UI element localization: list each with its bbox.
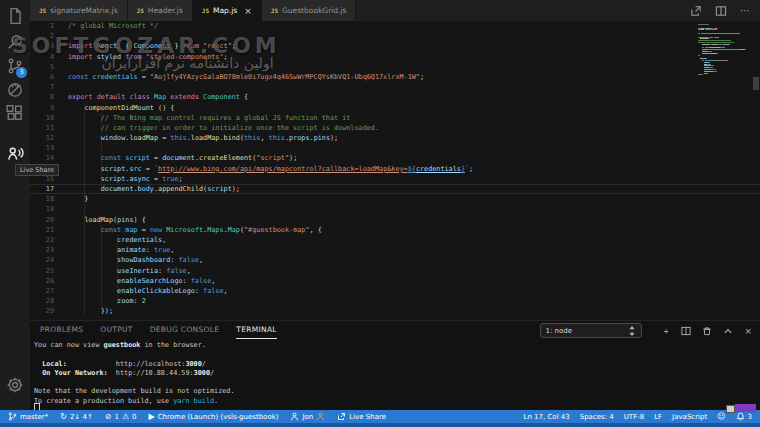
- new-terminal-icon[interactable]: ＋: [661, 326, 670, 336]
- close-tab-icon[interactable]: ×: [244, 6, 252, 16]
- tab-header[interactable]: JS Header.js: [128, 0, 193, 21]
- sync-status[interactable]: ↻ 2↓ 4↑: [60, 412, 93, 421]
- tab-label: GuestbookGrid.js: [282, 6, 346, 15]
- bell-icon: [736, 412, 745, 421]
- status-right: Ln 17, Col 43 Spaces: 4 UTF-8 LF JavaScr…: [524, 412, 760, 421]
- search-icon[interactable]: [6, 33, 24, 51]
- terminal-select[interactable]: 1: node: [540, 323, 642, 338]
- live-share-icon[interactable]: [6, 145, 24, 163]
- live-share-session-icon[interactable]: [690, 5, 702, 17]
- warning-count: 0: [132, 413, 136, 421]
- tab-bar: JS signatureMatrix.js JS Header.js JS Ma…: [30, 0, 760, 21]
- live-share-tooltip: Live Share: [15, 164, 59, 176]
- panel-header: PROBLEMS OUTPUT DEBUG CONSOLE TERMINAL 1…: [30, 321, 760, 339]
- select-arrows-icon: [627, 326, 637, 336]
- debug-launch-status[interactable]: ▶ Chrome (Launch) (vsls-guestbook): [149, 412, 279, 421]
- notification-count: 3: [748, 413, 752, 421]
- live-share-status[interactable]: Live Share: [337, 412, 386, 421]
- js-file-icon: JS: [271, 7, 278, 14]
- vscode-window: 3 Live Share JS signatureMatrix.js JS He…: [0, 0, 760, 427]
- source-control-badge: 3: [16, 67, 27, 78]
- editor-scrollbar[interactable]: [753, 77, 759, 90]
- error-icon: ⊘: [105, 412, 112, 421]
- liveshare-tag-icon: [726, 405, 735, 413]
- js-file-icon: JS: [39, 7, 46, 14]
- js-file-icon: JS: [137, 7, 144, 14]
- code-lines[interactable]: /* global Microsoft */import React, { Co…: [68, 21, 696, 316]
- cursor-position[interactable]: Ln 17, Col 43: [524, 413, 570, 421]
- tab-label: Map.js: [213, 6, 237, 15]
- participant-icon: [316, 412, 325, 421]
- tab-label: Header.js: [148, 6, 183, 15]
- editor[interactable]: 1234567891011121314151617181920212223242…: [30, 21, 760, 320]
- language-mode[interactable]: JavaScript: [672, 413, 707, 421]
- error-count: 1: [114, 413, 118, 421]
- kill-terminal-icon[interactable]: [702, 326, 712, 336]
- tab-output[interactable]: OUTPUT: [100, 322, 132, 338]
- presence-status[interactable]: Jon: [290, 412, 325, 421]
- terminal-output[interactable]: You can now view guestbook in the browse…: [34, 341, 756, 406]
- presence-label: Jon: [302, 413, 313, 421]
- more-actions-icon[interactable]: ⋯: [740, 6, 750, 16]
- debug-icon[interactable]: [6, 81, 24, 99]
- sync-label: 2↓ 4↑: [70, 413, 93, 421]
- editor-actions: ⋯: [690, 0, 760, 21]
- panel-controls: 1: node ＋ ×: [540, 323, 752, 338]
- branch-label: master*: [20, 413, 48, 421]
- branch-icon: [8, 412, 17, 421]
- liveshare-name-tag: [735, 404, 756, 412]
- tab-map[interactable]: JS Map.js ×: [193, 0, 262, 21]
- feedback-smiley-icon[interactable]: ☺: [717, 412, 725, 421]
- sync-icon: ↻: [60, 412, 67, 421]
- tab-label: signatureMatrix.js: [50, 6, 117, 15]
- maximize-panel-icon[interactable]: [723, 326, 733, 336]
- person-icon: [290, 412, 299, 421]
- activity-bar: 3 Live Share: [0, 0, 30, 410]
- panel: PROBLEMS OUTPUT DEBUG CONSOLE TERMINAL 1…: [30, 320, 760, 411]
- live-share-status-icon: [337, 412, 346, 421]
- warning-icon: ⚠: [122, 412, 129, 421]
- minimap[interactable]: [698, 24, 750, 76]
- js-file-icon: JS: [202, 7, 209, 14]
- status-left: master* ↻ 2↓ 4↑ ⊘ 1 ⚠ 0 ▶ Chrome (Launch…: [0, 412, 386, 421]
- settings-gear-icon[interactable]: [6, 376, 24, 394]
- tab-signatureMatrix[interactable]: JS signatureMatrix.js: [30, 0, 128, 21]
- status-bar: master* ↻ 2↓ 4↑ ⊘ 1 ⚠ 0 ▶ Chrome (Launch…: [0, 410, 760, 427]
- eol-sequence[interactable]: LF: [654, 413, 662, 421]
- live-share-label: Live Share: [349, 413, 386, 421]
- problems-status[interactable]: ⊘ 1 ⚠ 0: [105, 412, 137, 421]
- terminal-select-value: 1: node: [545, 327, 572, 335]
- encoding[interactable]: UTF-8: [624, 413, 644, 421]
- close-panel-icon[interactable]: ×: [744, 326, 752, 336]
- tab-problems[interactable]: PROBLEMS: [40, 322, 83, 338]
- explorer-icon[interactable]: [6, 7, 24, 25]
- split-editor-icon[interactable]: [715, 5, 727, 17]
- git-branch-status[interactable]: master*: [8, 412, 48, 421]
- indentation[interactable]: Spaces: 4: [580, 413, 614, 421]
- play-icon: ▶: [149, 412, 155, 421]
- split-terminal-icon[interactable]: [681, 326, 691, 336]
- tab-debug-console[interactable]: DEBUG CONSOLE: [150, 322, 220, 338]
- tab-guestbookgrid[interactable]: JS GuestbookGrid.js: [262, 0, 357, 21]
- launch-label: Chrome (Launch) (vsls-guestbook): [158, 413, 279, 421]
- tab-terminal[interactable]: TERMINAL: [236, 322, 277, 339]
- extensions-icon[interactable]: [6, 104, 24, 122]
- notifications-bell[interactable]: 3: [736, 412, 752, 421]
